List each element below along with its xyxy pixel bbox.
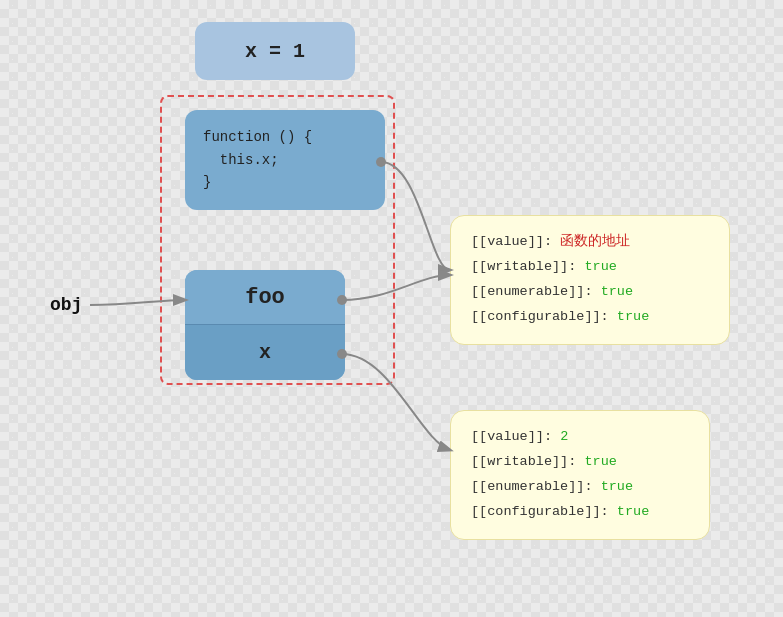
prop-top-configurable-key: [[configurable]]:: [471, 309, 609, 324]
obj-box: foo x: [185, 270, 345, 380]
prop-top-value-row: [[value]]: 函数的地址: [471, 230, 709, 255]
prop-bottom-writable-row: [[writable]]: true: [471, 450, 689, 475]
dot-function: [376, 157, 386, 167]
prop-bottom-writable-val: true: [584, 454, 616, 469]
prop-top-writable-val: true: [584, 259, 616, 274]
x1-label: x = 1: [245, 40, 305, 63]
prop-top-writable-key: [[writable]]:: [471, 259, 576, 274]
prop-box-bottom: [[value]]: 2 [[writable]]: true [[enumer…: [450, 410, 710, 540]
prop-bottom-value-val: 2: [560, 429, 568, 444]
dot-x: [337, 349, 347, 359]
prop-bottom-value-key: [[value]]:: [471, 429, 552, 444]
prop-bottom-enumerable-key: [[enumerable]]:: [471, 479, 593, 494]
x-cell: x: [185, 325, 345, 380]
prop-top-value-key: [[value]]:: [471, 234, 552, 249]
prop-top-value-val: 函数的地址: [560, 234, 630, 249]
prop-bottom-value-row: [[value]]: 2: [471, 425, 689, 450]
prop-top-configurable-val: true: [617, 309, 649, 324]
function-code: function () { this.x; }: [203, 126, 312, 193]
prop-top-enumerable-key: [[enumerable]]:: [471, 284, 593, 299]
prop-bottom-configurable-key: [[configurable]]:: [471, 504, 609, 519]
prop-bottom-writable-key: [[writable]]:: [471, 454, 576, 469]
prop-box-top: [[value]]: 函数的地址 [[writable]]: true [[en…: [450, 215, 730, 345]
prop-bottom-enumerable-row: [[enumerable]]: true: [471, 475, 689, 500]
prop-bottom-configurable-row: [[configurable]]: true: [471, 500, 689, 525]
prop-top-enumerable-row: [[enumerable]]: true: [471, 280, 709, 305]
prop-bottom-configurable-val: true: [617, 504, 649, 519]
x1-box: x = 1: [195, 22, 355, 80]
prop-top-enumerable-val: true: [601, 284, 633, 299]
obj-label: obj: [50, 295, 82, 315]
prop-top-writable-row: [[writable]]: true: [471, 255, 709, 280]
foo-cell: foo: [185, 270, 345, 325]
dot-foo: [337, 295, 347, 305]
function-box: function () { this.x; }: [185, 110, 385, 210]
prop-top-configurable-row: [[configurable]]: true: [471, 305, 709, 330]
prop-bottom-enumerable-val: true: [601, 479, 633, 494]
